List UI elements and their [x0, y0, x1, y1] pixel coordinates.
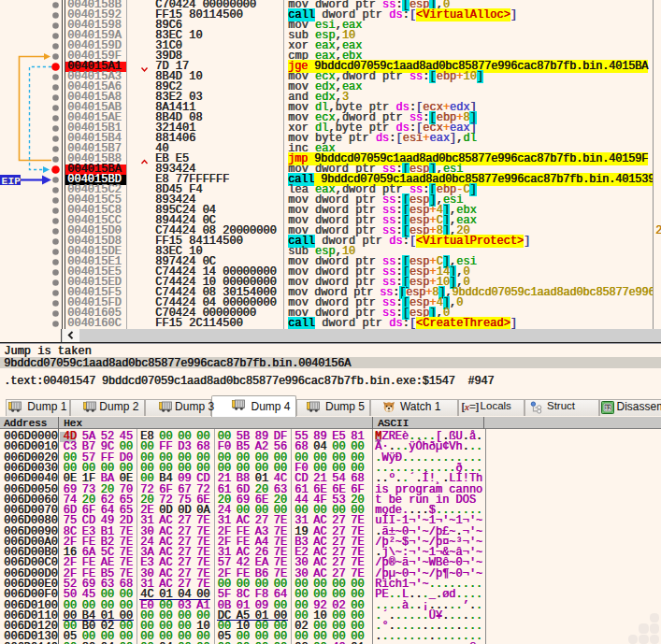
svg-text:32: 32: [605, 404, 612, 410]
svg-text:EIP: EIP: [2, 175, 22, 187]
